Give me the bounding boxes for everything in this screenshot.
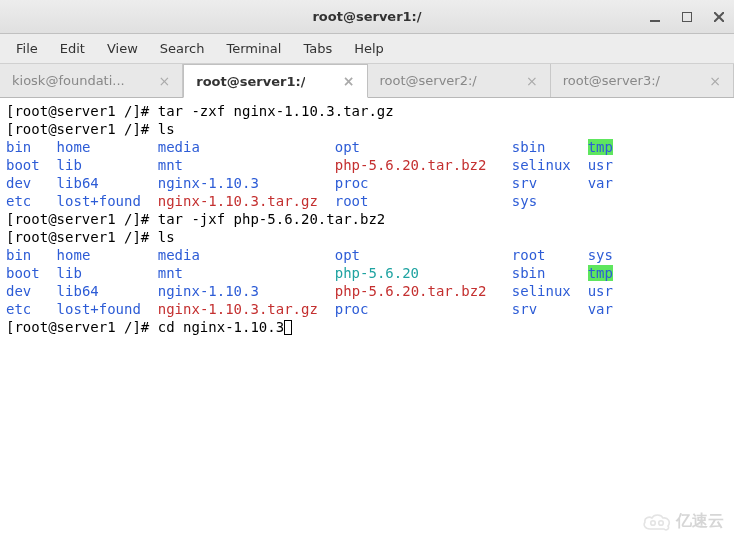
menu-file[interactable]: File <box>6 37 48 60</box>
tab-foundation[interactable]: kiosk@foundati... × <box>0 64 183 97</box>
svg-point-4 <box>651 520 656 525</box>
close-button[interactable] <box>712 10 726 24</box>
tab-server2[interactable]: root@server2:/ × <box>368 64 551 97</box>
command-text: tar -zxf nginx-1.10.3.tar.gz <box>158 103 394 119</box>
close-icon[interactable]: × <box>709 73 721 89</box>
tab-server3[interactable]: root@server3:/ × <box>551 64 734 97</box>
ls-entry: proc <box>335 301 369 317</box>
ls-entry: mnt <box>158 265 183 281</box>
ls-entry: tmp <box>588 265 613 281</box>
ls-entry: media <box>158 139 200 155</box>
window-title: root@server1:/ <box>312 9 421 24</box>
command-text: ls <box>158 121 175 137</box>
close-icon[interactable]: × <box>526 73 538 89</box>
ls-entry: sbin <box>512 265 546 281</box>
tab-label: root@server2:/ <box>380 73 477 88</box>
window-controls <box>648 10 726 24</box>
menubar: File Edit View Search Terminal Tabs Help <box>0 34 734 64</box>
command-text: cd nginx-1.10.3 <box>158 319 284 335</box>
ls-entry: usr <box>588 157 613 173</box>
tabbar: kiosk@foundati... × root@server1:/ × roo… <box>0 64 734 98</box>
ls-entry: nginx-1.10.3.tar.gz <box>158 193 318 209</box>
svg-rect-0 <box>650 20 660 22</box>
ls-entry: srv <box>512 175 537 191</box>
svg-point-5 <box>659 520 664 525</box>
ls-entry: selinux <box>512 157 571 173</box>
ls-entry: etc <box>6 193 31 209</box>
ls-entry: php-5.6.20.tar.bz2 <box>335 283 487 299</box>
ls-entry: lost+found <box>57 193 141 209</box>
ls-entry: tmp <box>588 139 613 155</box>
ls-entry: home <box>57 139 91 155</box>
ls-entry: sys <box>588 247 613 263</box>
menu-help[interactable]: Help <box>344 37 394 60</box>
ls-entry: lost+found <box>57 301 141 317</box>
ls-entry: selinux <box>512 283 571 299</box>
close-icon[interactable]: × <box>343 73 355 89</box>
minimize-button[interactable] <box>648 10 662 24</box>
ls-entry: nginx-1.10.3.tar.gz <box>158 301 318 317</box>
terminal-cursor <box>284 320 292 335</box>
ls-entry: opt <box>335 139 360 155</box>
ls-entry: var <box>588 301 613 317</box>
ls-entry: lib64 <box>57 283 99 299</box>
ls-entry: etc <box>6 301 31 317</box>
ls-entry: sys <box>512 193 537 209</box>
ls-entry: php-5.6.20.tar.bz2 <box>335 157 487 173</box>
ls-entry: usr <box>588 283 613 299</box>
ls-entry: media <box>158 247 200 263</box>
cloud-icon <box>642 513 672 531</box>
tab-label: root@server1:/ <box>196 74 305 89</box>
ls-entry: root <box>512 247 546 263</box>
ls-entry: sbin <box>512 139 546 155</box>
command-text: tar -jxf php-5.6.20.tar.bz2 <box>158 211 386 227</box>
ls-entry: var <box>588 175 613 191</box>
watermark: 亿速云 <box>642 511 724 532</box>
menu-edit[interactable]: Edit <box>50 37 95 60</box>
ls-entry: nginx-1.10.3 <box>158 175 259 191</box>
prompt: [root@server1 /]# <box>6 229 158 245</box>
ls-entry: mnt <box>158 157 183 173</box>
watermark-text: 亿速云 <box>676 511 724 532</box>
prompt: [root@server1 /]# <box>6 103 158 119</box>
tab-label: root@server3:/ <box>563 73 660 88</box>
ls-entry: bin <box>6 247 31 263</box>
close-icon[interactable]: × <box>159 73 171 89</box>
ls-entry: nginx-1.10.3 <box>158 283 259 299</box>
ls-entry: boot <box>6 265 40 281</box>
menu-tabs[interactable]: Tabs <box>293 37 342 60</box>
prompt: [root@server1 /]# <box>6 211 158 227</box>
ls-entry: bin <box>6 139 31 155</box>
menu-view[interactable]: View <box>97 37 148 60</box>
ls-entry: dev <box>6 175 31 191</box>
svg-rect-1 <box>682 12 692 22</box>
prompt: [root@server1 /]# <box>6 319 158 335</box>
ls-entry: opt <box>335 247 360 263</box>
menu-search[interactable]: Search <box>150 37 215 60</box>
terminal-output[interactable]: [root@server1 /]# tar -zxf nginx-1.10.3.… <box>0 98 734 538</box>
ls-entry: home <box>57 247 91 263</box>
maximize-button[interactable] <box>680 10 694 24</box>
ls-entry: php-5.6.20 <box>335 265 419 281</box>
ls-entry: lib64 <box>57 175 99 191</box>
ls-entry: proc <box>335 175 369 191</box>
tab-label: kiosk@foundati... <box>12 73 125 88</box>
command-text: ls <box>158 229 175 245</box>
titlebar: root@server1:/ <box>0 0 734 34</box>
ls-entry: lib <box>57 265 82 281</box>
ls-entry: dev <box>6 283 31 299</box>
ls-entry: boot <box>6 157 40 173</box>
prompt: [root@server1 /]# <box>6 121 158 137</box>
menu-terminal[interactable]: Terminal <box>216 37 291 60</box>
tab-server1[interactable]: root@server1:/ × <box>183 64 367 98</box>
ls-entry: srv <box>512 301 537 317</box>
ls-entry: lib <box>57 157 82 173</box>
ls-entry: root <box>335 193 369 209</box>
